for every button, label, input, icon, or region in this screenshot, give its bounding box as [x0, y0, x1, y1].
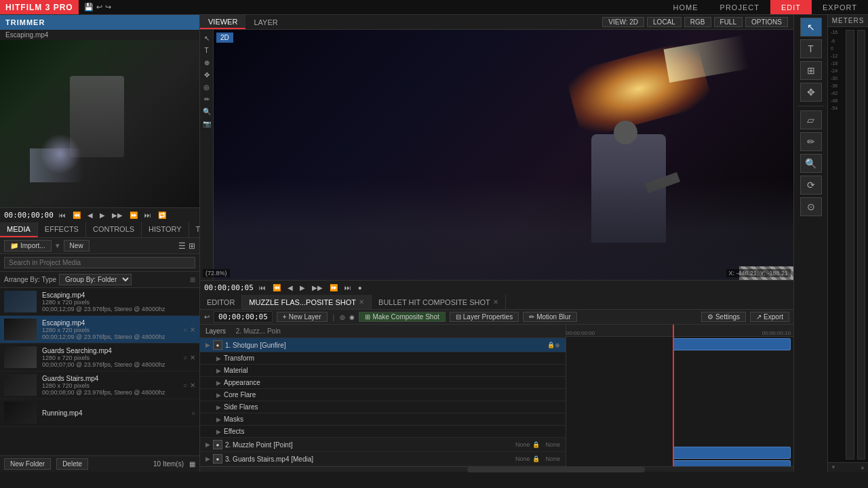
- nav-home[interactable]: HOME: [663, 0, 709, 14]
- settings-btn[interactable]: ⚙ Settings: [701, 312, 746, 322]
- layer-lock-icon[interactable]: 🔒: [547, 342, 555, 348]
- tab-muzzle-close[interactable]: ✕: [359, 298, 364, 306]
- select-tool[interactable]: ↖: [201, 33, 212, 43]
- tab-bullet-close[interactable]: ✕: [493, 298, 498, 306]
- transport-loop[interactable]: 🔁: [157, 211, 167, 219]
- list-item[interactable]: Guards Searching.mp4 868 x 488 pixels 0…: [0, 344, 199, 371]
- view-rgb-btn[interactable]: RGB: [684, 17, 711, 27]
- layer-solo-icon[interactable]: ◉: [555, 342, 560, 348]
- view-full-btn[interactable]: FULL: [714, 17, 743, 27]
- motion-blur-btn[interactable]: ✏ Motion Blur: [523, 312, 577, 322]
- tool-grid[interactable]: ⊞: [800, 61, 822, 80]
- search-input[interactable]: [4, 257, 195, 268]
- nav-edit[interactable]: EDIT: [770, 0, 812, 14]
- vt-prev[interactable]: ⏪: [271, 284, 282, 291]
- timeline-scrollbar[interactable]: [200, 466, 793, 472]
- layer-expand-icon[interactable]: ▶: [216, 355, 221, 362]
- import-arrow[interactable]: ▼: [54, 242, 61, 249]
- vt-step-back[interactable]: ◀: [286, 284, 294, 291]
- tool-select[interactable]: ↖: [800, 18, 822, 37]
- view-2d-overlay[interactable]: 2D: [216, 33, 233, 43]
- export-btn[interactable]: ↗ Export: [750, 312, 789, 322]
- tab-history[interactable]: HISTORY: [142, 222, 189, 237]
- layer-sub-row[interactable]: ▶ Side Flares: [200, 401, 566, 413]
- vt-end[interactable]: ⏭: [343, 284, 353, 291]
- media-action-btn1[interactable]: ○: [183, 326, 187, 333]
- track-clip-1[interactable]: [673, 338, 791, 350]
- group-by-select[interactable]: Group By: Folder: [59, 274, 132, 285]
- delete-button[interactable]: Delete: [56, 458, 88, 470]
- tool-camera[interactable]: ⟳: [800, 176, 822, 195]
- transport-step-back[interactable]: ◀: [86, 211, 94, 219]
- tab-muzzle[interactable]: MUZZLE FLAS...POSITE SHOT ✕: [242, 295, 372, 309]
- grid-view-icon[interactable]: ⊞: [189, 241, 195, 251]
- items-icon[interactable]: ▦: [189, 460, 195, 468]
- layer-visibility[interactable]: ●: [213, 340, 222, 350]
- import-button[interactable]: 📁 Import...: [4, 240, 52, 251]
- layer-visibility[interactable]: ●: [213, 454, 222, 464]
- layer-sub-row[interactable]: ▶ Transform: [200, 352, 566, 365]
- layer-sub-row[interactable]: ▶ Effects: [200, 426, 566, 438]
- nav-export[interactable]: EXPORT: [812, 0, 868, 14]
- list-item[interactable]: Running.mp4 ○: [0, 399, 199, 427]
- layer-expand-icon[interactable]: ▶: [216, 392, 221, 399]
- tool-rotate[interactable]: ⊙: [800, 197, 822, 216]
- layer-expand-icon[interactable]: ▶: [216, 367, 221, 374]
- layer-expand-icon[interactable]: ▶: [216, 404, 221, 411]
- layer-row[interactable]: ▶ ● 3. Guards Stairs.mp4 [Media] None 🔒 …: [200, 452, 566, 466]
- transform-tool[interactable]: ⊕: [201, 57, 212, 68]
- layer-expand-icon[interactable]: ▶: [205, 455, 210, 462]
- list-item[interactable]: Escaping.mp4 868 x 488 pixels 00;00;12;…: [0, 288, 199, 316]
- move-tool[interactable]: ✥: [201, 69, 212, 80]
- transport-step-fwd[interactable]: ▶▶: [111, 211, 124, 219]
- tab-media[interactable]: MEDIA: [0, 222, 38, 237]
- make-composite-btn[interactable]: ⊞ Make Composite Shot: [359, 312, 445, 322]
- tl-settings-icon[interactable]: ◎: [340, 314, 345, 321]
- new-folder-button[interactable]: New Folder: [4, 458, 51, 470]
- mask-tool[interactable]: ◎: [201, 81, 212, 92]
- vt-play[interactable]: ▶: [298, 284, 307, 291]
- media-action-btn1[interactable]: ○: [191, 409, 195, 417]
- layer-sub-row[interactable]: ▶ Core Flare: [200, 389, 566, 401]
- undo-icon[interactable]: ↩: [96, 3, 102, 12]
- tl-back-btn[interactable]: ↩: [204, 313, 210, 321]
- list-item[interactable]: Escaping.mp4 868 x 488 pixels 00;00;12;…: [0, 316, 199, 344]
- layer-lock2-icon[interactable]: 🔒: [532, 441, 540, 448]
- nav-project[interactable]: PROJECT: [709, 0, 770, 14]
- meter-down-btn[interactable]: ▼: [831, 464, 836, 470]
- tab-effects[interactable]: EFFECTS: [38, 222, 86, 237]
- new-layer-btn[interactable]: + New Layer: [277, 312, 328, 322]
- media-action-btn2[interactable]: ✕: [190, 354, 195, 361]
- tab-bullet[interactable]: BULLET HIT COMPOSITE SHOT ✕: [372, 295, 506, 309]
- arrange-options-icon[interactable]: ⊞: [190, 276, 195, 283]
- media-action-btn2[interactable]: ✕: [190, 382, 195, 389]
- tab-editor[interactable]: EDITOR: [200, 295, 242, 309]
- meter-up-btn[interactable]: ▲: [860, 464, 865, 470]
- viewer-tab-layer[interactable]: LAYER: [245, 15, 285, 29]
- track-clip-2[interactable]: [673, 447, 791, 459]
- transport-prev[interactable]: ⏪: [71, 211, 82, 219]
- track-clip-3[interactable]: [673, 460, 791, 466]
- layer-expand-icon[interactable]: ▶: [216, 428, 221, 435]
- transport-start[interactable]: ⏮: [58, 211, 67, 219]
- layer-row[interactable]: ▶ ● 2. Muzzle Point [Point] None 🔒 None: [200, 438, 566, 452]
- list-view-icon[interactable]: ☰: [178, 241, 186, 251]
- media-action-btn2[interactable]: ✕: [190, 326, 195, 333]
- tab-controls[interactable]: CONTROLS: [86, 222, 142, 237]
- tool-pen[interactable]: ✏: [800, 132, 822, 151]
- playhead[interactable]: [673, 325, 674, 466]
- layer-expand-icon[interactable]: ▶: [205, 441, 210, 448]
- transport-play[interactable]: ▶: [98, 211, 106, 219]
- vt-loop[interactable]: ●: [357, 284, 363, 291]
- redo-icon[interactable]: ↪: [105, 3, 111, 12]
- list-item[interactable]: Guards Stairs.mp4 868 x 488 pixels 00;0…: [0, 371, 199, 399]
- zoom-tool[interactable]: 🔍: [201, 106, 212, 117]
- save-icon[interactable]: 💾: [84, 3, 94, 12]
- text-tool[interactable]: T: [201, 45, 212, 56]
- layer-visibility[interactable]: ●: [213, 440, 222, 449]
- vt-start[interactable]: ⏮: [258, 284, 267, 291]
- transport-next[interactable]: ⏩: [128, 211, 139, 219]
- viewer-tab-viewer[interactable]: VIEWER: [200, 15, 245, 29]
- layer-sub-row[interactable]: ▶ Material: [200, 365, 566, 377]
- tl-vis-icon[interactable]: ◉: [349, 314, 355, 321]
